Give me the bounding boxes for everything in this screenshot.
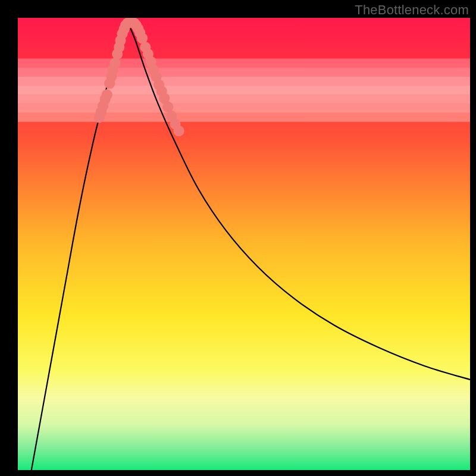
data-point (109, 58, 120, 68)
chart-frame: TheBottleneck.com (0, 0, 476, 476)
data-dots (18, 18, 470, 470)
data-point (173, 126, 184, 136)
plot-area (18, 18, 470, 470)
watermark-text: TheBottleneck.com (355, 2, 469, 18)
data-point (102, 89, 112, 100)
